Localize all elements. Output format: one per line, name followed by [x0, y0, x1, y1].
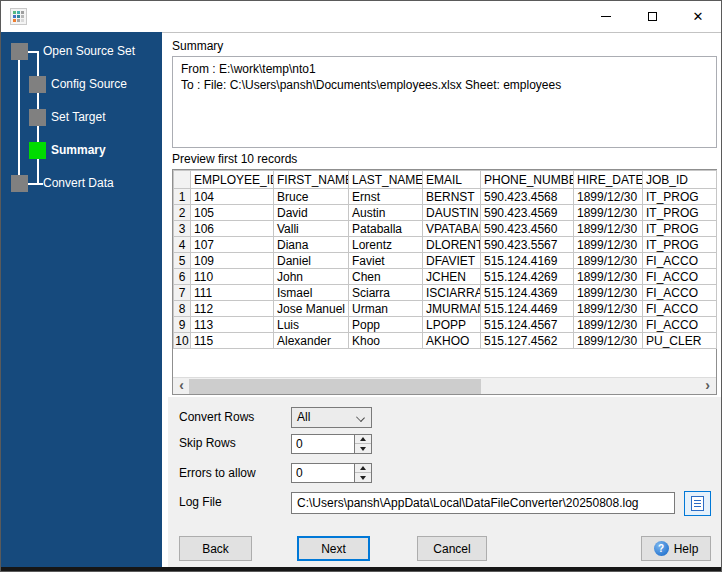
table-cell: 590.423.5567 — [481, 237, 574, 253]
table-cell: 105 — [191, 205, 274, 221]
maximize-button[interactable] — [629, 1, 675, 32]
wizard-step-label: Set Target — [51, 109, 105, 126]
table-cell: 515.124.4169 — [481, 253, 574, 269]
summary-section-label: Summary — [172, 39, 223, 53]
table-cell: Chen — [349, 269, 423, 285]
table-cell: JCHEN — [423, 269, 481, 285]
close-button[interactable]: ✕ — [675, 1, 721, 32]
skip-rows-down-button[interactable] — [355, 444, 371, 453]
table-row: 4107DianaLorentzDLORENTZ590.423.55671899… — [174, 237, 717, 253]
table-row: 2105DavidAustinDAUSTIN590.423.45691899/1… — [174, 205, 717, 221]
arrow-up-icon — [360, 466, 366, 470]
skip-rows-input[interactable] — [292, 435, 353, 453]
table-cell: IT_PROG — [643, 221, 717, 237]
table-cell: Faviet — [349, 253, 423, 269]
table-cell: IT_PROG — [643, 237, 717, 253]
convert-rows-label: Convert Rows — [179, 407, 254, 427]
row-number-cell: 2 — [174, 205, 191, 221]
chevron-down-icon — [356, 413, 365, 422]
row-number-cell: 1 — [174, 189, 191, 205]
window-controls: ✕ — [583, 1, 721, 32]
convert-rows-select[interactable]: All — [291, 407, 372, 428]
errors-spin-buttons — [354, 464, 371, 482]
table-cell: AKHOO — [423, 333, 481, 349]
row-number-cell: 3 — [174, 221, 191, 237]
minimize-button[interactable] — [583, 1, 629, 32]
column-header-last_name: LAST_NAME — [349, 171, 423, 189]
errors-to-allow-label: Errors to allow — [179, 464, 256, 483]
document-icon — [691, 496, 704, 511]
table-row: 9113LuisPoppLPOPP515.124.45671899/12/30F… — [174, 317, 717, 333]
table-cell: 1899/12/30 — [574, 269, 643, 285]
step-square-icon — [11, 43, 28, 60]
log-file-label: Log File — [179, 492, 222, 513]
scrollbar-thumb[interactable] — [189, 379, 481, 394]
table-cell: 590.423.4560 — [481, 221, 574, 237]
minimize-icon — [601, 16, 611, 17]
table-cell: FI_ACCO — [643, 301, 717, 317]
horizontal-scrollbar[interactable]: ‹ › — [173, 377, 716, 394]
row-number-cell: 9 — [174, 317, 191, 333]
table-cell: Ernst — [349, 189, 423, 205]
scroll-left-arrow[interactable]: ‹ — [173, 378, 190, 394]
scroll-right-arrow[interactable]: › — [699, 378, 716, 394]
table-cell: LPOPP — [423, 317, 481, 333]
table-cell: 109 — [191, 253, 274, 269]
log-file-input[interactable] — [291, 492, 675, 514]
wizard-step-convert-data: Convert Data — [1, 175, 162, 192]
table-row: 8112Jose ManuelUrmanJMURMAN515.124.44691… — [174, 301, 717, 317]
table-cell: 515.127.4562 — [481, 333, 574, 349]
table-cell: 110 — [191, 269, 274, 285]
table-cell: 1899/12/30 — [574, 205, 643, 221]
skip-rows-spin-buttons — [354, 435, 371, 453]
back-button[interactable]: Back — [179, 536, 252, 561]
arrow-down-icon — [360, 476, 366, 480]
preview-table-container: EMPLOYEE_IDFIRST_NAMELAST_NAMEEMAILPHONE… — [172, 169, 717, 395]
step-square-icon — [29, 76, 46, 93]
arrow-up-icon — [360, 437, 366, 441]
row-number-cell: 6 — [174, 269, 191, 285]
help-button[interactable]: ? Help — [641, 536, 711, 561]
table-cell: Daniel — [274, 253, 349, 269]
wizard-step-set-target: Set Target — [1, 109, 162, 126]
table-cell: FI_ACCO — [643, 317, 717, 333]
table-row: 5109DanielFavietDFAVIET515.124.41691899/… — [174, 253, 717, 269]
table-cell: 106 — [191, 221, 274, 237]
table-cell: BERNST — [423, 189, 481, 205]
column-header-job_id: JOB_ID — [643, 171, 717, 189]
errors-to-allow-input[interactable] — [292, 464, 353, 482]
wizard-step-label: Summary — [51, 142, 106, 159]
table-cell: Khoo — [349, 333, 423, 349]
active-step-square-icon — [29, 142, 46, 159]
table-cell: 515.124.4369 — [481, 285, 574, 301]
preview-section-label: Preview first 10 records — [172, 152, 297, 166]
skip-rows-stepper[interactable] — [291, 434, 372, 454]
column-header-hire_date: HIRE_DATE — [574, 171, 643, 189]
table-row: 1104BruceErnstBERNST590.423.45681899/12/… — [174, 189, 717, 205]
table-cell: 515.124.4469 — [481, 301, 574, 317]
next-button[interactable]: Next — [297, 536, 370, 561]
errors-down-button[interactable] — [355, 473, 371, 482]
cancel-button[interactable]: Cancel — [417, 536, 487, 561]
arrow-down-icon — [360, 447, 366, 451]
errors-up-button[interactable] — [355, 464, 371, 473]
summary-from-line: From : E:\work\temp\nto1 — [181, 61, 708, 77]
row-number-cell: 5 — [174, 253, 191, 269]
table-cell: 1899/12/30 — [574, 253, 643, 269]
wizard-step-label: Convert Data — [43, 175, 114, 192]
table-cell: 590.423.4568 — [481, 189, 574, 205]
table-cell: 1899/12/30 — [574, 285, 643, 301]
skip-rows-up-button[interactable] — [355, 435, 371, 444]
table-cell: Urman — [349, 301, 423, 317]
table-cell: JMURMAN — [423, 301, 481, 317]
step-square-icon — [29, 109, 46, 126]
table-cell: PU_CLER — [643, 333, 717, 349]
errors-to-allow-stepper[interactable] — [291, 463, 372, 483]
wizard-step-label: Open Source Set — [43, 43, 135, 60]
log-file-browse-button[interactable] — [684, 491, 711, 516]
close-icon: ✕ — [693, 10, 704, 23]
table-cell: 107 — [191, 237, 274, 253]
skip-rows-label: Skip Rows — [179, 434, 236, 453]
row-number-cell: 7 — [174, 285, 191, 301]
table-cell: 1899/12/30 — [574, 301, 643, 317]
